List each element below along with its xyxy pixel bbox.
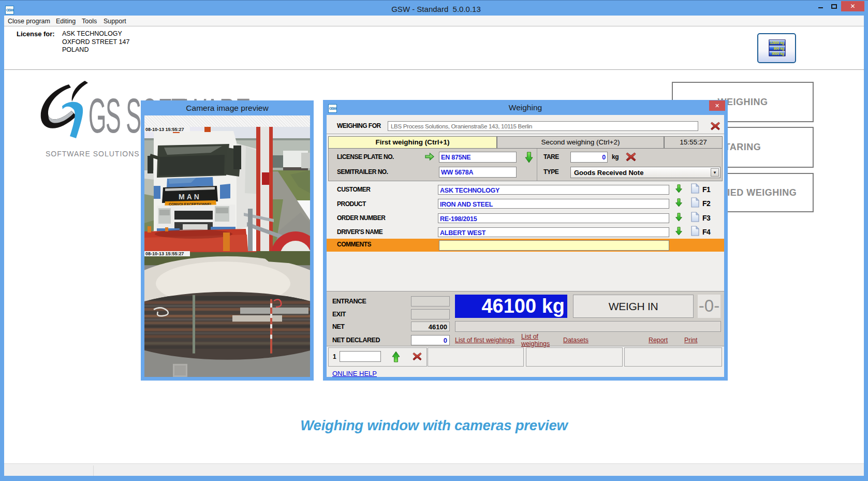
svg-text:08-10-13 15:55:27: 08-10-13 15:55:27 xyxy=(145,251,184,256)
svg-text:9500 kg: 9500 kg xyxy=(772,52,784,56)
svg-text:08-10-13 15:55:27: 08-10-13 15:55:27 xyxy=(145,127,184,132)
svg-text:MAN: MAN xyxy=(179,193,201,201)
svg-text:800 kg: 800 kg xyxy=(774,47,784,51)
svg-text:12800 kg: 12800 kg xyxy=(770,41,784,45)
